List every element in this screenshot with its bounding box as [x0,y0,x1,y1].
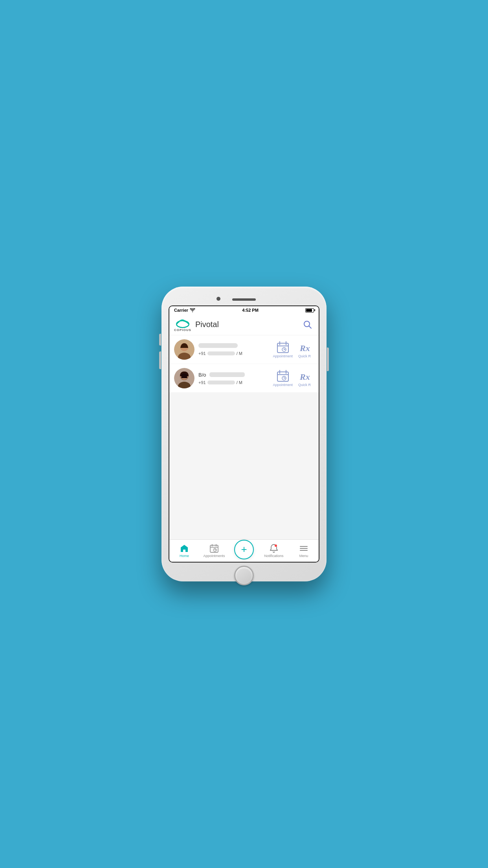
side-button-volume [159,351,161,369]
patient-actions: Appointment Rx Quick R [273,341,314,358]
side-button-mute [159,334,161,346]
list-item[interactable]: B/o +91 / M [169,364,319,392]
battery-icon [305,308,314,313]
avatar [174,368,194,388]
quick-rx-button[interactable]: Rx Quick R [295,341,314,358]
wifi-icon [190,308,195,312]
quick-rx-icon: Rx [298,341,311,353]
status-bar: Carrier 4:52 PM [169,306,319,314]
notifications-icon [269,544,279,553]
quick-rx-label: Quick R [298,383,311,387]
quick-rx-icon: Rx [298,370,311,382]
appointment-button[interactable]: Appointment [273,341,293,358]
tab-notifications[interactable]: Notifications [259,542,289,559]
quick-rx-label: Quick R [298,354,311,358]
phone-number-placeholder [207,351,235,355]
camera [216,297,220,301]
phone-prefix: +91 [198,351,206,356]
patient-list: +91 / M [169,335,319,539]
status-time: 4:52 PM [242,308,259,313]
home-icon [180,544,189,553]
fab-plus-icon: + [241,544,247,554]
patient-phone: +91 / M [198,380,269,385]
status-left: Carrier [174,308,195,313]
home-button[interactable] [234,566,254,585]
appointments-icon [209,544,219,553]
tab-home-label: Home [180,554,189,558]
phone-device: Carrier 4:52 PM COPIOUS Pivotal [161,287,327,581]
search-button[interactable] [301,318,314,331]
fab-add-button[interactable]: + [234,540,254,559]
tab-home[interactable]: Home [169,542,199,559]
appointment-icon [277,341,289,353]
patient-info: B/o +91 / M [198,372,269,385]
app-header: COPIOUS Pivotal [169,314,319,335]
patient-name-placeholder [198,343,238,348]
appointment-label: Appointment [273,354,293,358]
phone-screen: Carrier 4:52 PM COPIOUS Pivotal [169,305,319,563]
tab-bar: Home Appointments + [169,539,319,562]
svg-rect-19 [181,377,187,378]
patient-info: +91 / M [198,343,269,356]
tab-menu[interactable]: Menu [289,542,319,559]
tab-appointments-label: Appointments [203,554,225,558]
appointment-button[interactable]: Appointment [273,370,293,387]
appointment-label: Appointment [273,383,293,387]
phone-top [169,294,319,305]
patient-name-prefix: B/o [198,372,206,378]
list-item[interactable]: +91 / M [169,335,319,364]
tab-notifications-label: Notifications [264,554,283,558]
side-button-power [327,348,329,371]
patient-name-placeholder [209,372,245,377]
phone-gender: / M [237,351,242,356]
phone-number-placeholder [207,381,235,384]
menu-icon [299,544,308,553]
svg-text:Rx: Rx [299,372,310,382]
patient-phone: +91 / M [198,351,269,356]
appointment-icon [277,370,289,382]
carrier-text: Carrier [174,308,188,313]
logo-icon [176,317,190,328]
patient-actions: Appointment Rx Quick R [273,370,314,387]
svg-line-2 [309,326,312,328]
logo-container: COPIOUS [174,317,191,332]
tab-menu-label: Menu [299,554,308,558]
patient-name-with-prefix: B/o [198,372,269,378]
quick-rx-button[interactable]: Rx Quick R [295,370,314,387]
svg-point-35 [275,544,277,547]
search-icon [303,320,312,329]
phone-prefix: +91 [198,380,206,385]
avatar [174,339,194,360]
phone-gender: / M [237,380,242,385]
speaker [232,298,256,301]
svg-text:Rx: Rx [299,343,310,353]
logo-text: COPIOUS [174,328,191,332]
tab-appointments[interactable]: Appointments [199,542,229,559]
page-title: Pivotal [195,320,301,329]
